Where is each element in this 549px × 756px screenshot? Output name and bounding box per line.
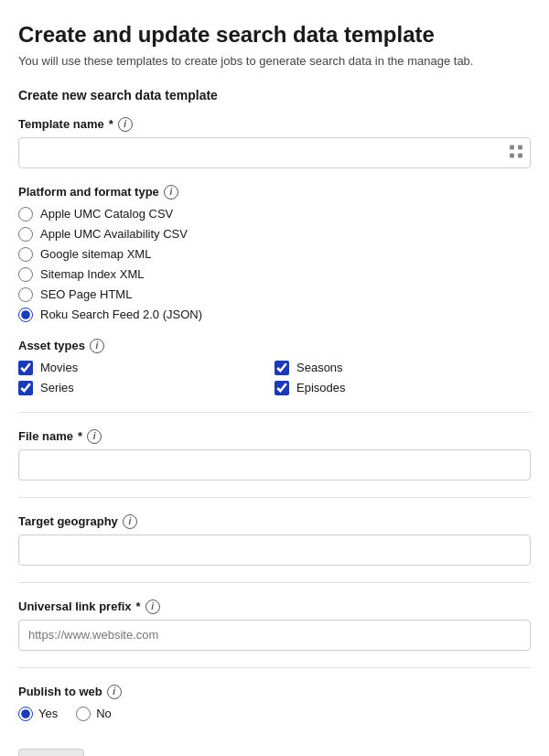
svg-rect-3 [518, 153, 522, 157]
platform-radio-apple-umc-catalog[interactable] [18, 207, 33, 221]
universal-link-prefix-label: Universal link prefix * i [18, 599, 531, 614]
template-name-grid-icon [509, 144, 523, 161]
template-name-required: * [109, 117, 113, 131]
platform-option-roku-search-feed[interactable]: Roku Search Feed 2.0 (JSON) [18, 308, 531, 322]
target-geography-info-icon[interactable]: i [123, 514, 137, 529]
universal-link-prefix-group: Universal link prefix * i [18, 599, 531, 651]
file-name-required: * [78, 429, 82, 443]
svg-rect-1 [518, 145, 522, 149]
platform-radio-label-apple-umc-availability: Apple UMC Availability CSV [40, 227, 188, 241]
publish-yes-option[interactable]: Yes [18, 707, 58, 721]
publish-yes-radio[interactable] [18, 707, 33, 721]
platform-group: Platform and format type i Apple UMC Cat… [18, 185, 531, 322]
target-geography-group: Target geography i [18, 514, 531, 566]
platform-option-seo-page-html[interactable]: SEO Page HTML [18, 287, 531, 302]
asset-types-group: Asset types i Movies Seasons Series Epis… [18, 339, 531, 395]
publish-no-option[interactable]: No [76, 707, 112, 721]
publish-options: Yes No [18, 707, 531, 721]
template-name-label-text: Template name [18, 117, 104, 131]
asset-type-series[interactable]: Series [18, 381, 274, 395]
platform-radio-seo-page-html[interactable] [18, 287, 33, 302]
save-button[interactable]: Save [18, 749, 84, 756]
publish-to-web-label: Publish to web i [18, 685, 531, 699]
asset-type-seasons-checkbox[interactable] [274, 361, 289, 375]
publish-no-label: No [96, 707, 112, 720]
platform-radio-label-apple-umc-catalog: Apple UMC Catalog CSV [40, 207, 173, 221]
page-title: Create and update search data template [18, 22, 531, 49]
asset-type-seasons[interactable]: Seasons [274, 361, 531, 375]
asset-type-series-label: Series [40, 381, 74, 394]
publish-no-radio[interactable] [76, 707, 91, 721]
publish-to-web-label-text: Publish to web [18, 685, 102, 698]
file-name-input[interactable] [18, 449, 531, 481]
template-name-input[interactable] [18, 137, 531, 168]
file-name-group: File name * i [18, 429, 531, 481]
target-geography-label: Target geography i [18, 514, 531, 529]
universal-link-prefix-input[interactable] [18, 620, 531, 651]
template-name-label: Template name * i [18, 117, 531, 132]
asset-types-info-icon[interactable]: i [90, 339, 104, 353]
asset-type-seasons-label: Seasons [296, 361, 343, 374]
platform-radio-apple-umc-availability[interactable] [18, 227, 33, 242]
target-geography-label-text: Target geography [18, 514, 118, 528]
template-name-input-wrapper [18, 137, 531, 168]
section-create-title: Create new search data template [18, 88, 531, 103]
universal-link-prefix-info-icon[interactable]: i [145, 599, 160, 614]
asset-types-label-text: Asset types [18, 339, 85, 352]
platform-radio-label-google-sitemap-xml: Google sitemap XML [40, 247, 151, 261]
asset-type-episodes[interactable]: Episodes [274, 381, 531, 395]
svg-rect-2 [510, 153, 514, 157]
universal-link-prefix-label-text: Universal link prefix [18, 599, 132, 613]
platform-option-apple-umc-catalog[interactable]: Apple UMC Catalog CSV [18, 207, 531, 221]
template-name-info-icon[interactable]: i [118, 117, 133, 132]
asset-type-episodes-checkbox[interactable] [274, 381, 289, 395]
asset-type-movies-checkbox[interactable] [18, 361, 33, 375]
universal-link-prefix-required: * [136, 599, 141, 613]
platform-option-apple-umc-availability[interactable]: Apple UMC Availability CSV [18, 227, 531, 242]
asset-types-grid: Movies Seasons Series Episodes [18, 361, 531, 395]
platform-info-icon[interactable]: i [164, 185, 178, 200]
asset-type-movies-label: Movies [40, 361, 78, 374]
platform-radio-sitemap-index-xml[interactable] [18, 267, 33, 282]
svg-rect-0 [510, 145, 514, 149]
divider-2 [18, 497, 531, 498]
platform-option-sitemap-index-xml[interactable]: Sitemap Index XML [18, 267, 531, 282]
platform-radio-google-sitemap-xml[interactable] [18, 247, 33, 262]
template-name-group: Template name * i [18, 117, 531, 168]
platform-radio-label-roku-search-feed: Roku Search Feed 2.0 (JSON) [40, 308, 202, 321]
platform-option-google-sitemap-xml[interactable]: Google sitemap XML [18, 247, 531, 262]
asset-types-label: Asset types i [18, 339, 531, 353]
divider-1 [18, 412, 531, 413]
publish-yes-label: Yes [38, 707, 58, 720]
divider-4 [18, 667, 531, 668]
platform-radio-label-seo-page-html: SEO Page HTML [40, 287, 132, 301]
asset-type-episodes-label: Episodes [296, 381, 345, 394]
file-name-info-icon[interactable]: i [87, 429, 102, 444]
page-subtitle: You will use these templates to create j… [18, 54, 531, 68]
divider-3 [18, 582, 531, 583]
file-name-label-text: File name [18, 429, 73, 443]
publish-to-web-group: Publish to web i Yes No [18, 685, 531, 721]
platform-radio-roku-search-feed[interactable] [18, 308, 33, 322]
asset-type-movies[interactable]: Movies [18, 361, 274, 375]
asset-type-series-checkbox[interactable] [18, 381, 33, 395]
platform-radio-label-sitemap-index-xml: Sitemap Index XML [40, 267, 144, 281]
target-geography-input[interactable] [18, 535, 531, 566]
platform-label-text: Platform and format type [18, 185, 159, 199]
file-name-label: File name * i [18, 429, 531, 444]
platform-label: Platform and format type i [18, 185, 531, 200]
publish-to-web-info-icon[interactable]: i [107, 685, 122, 699]
